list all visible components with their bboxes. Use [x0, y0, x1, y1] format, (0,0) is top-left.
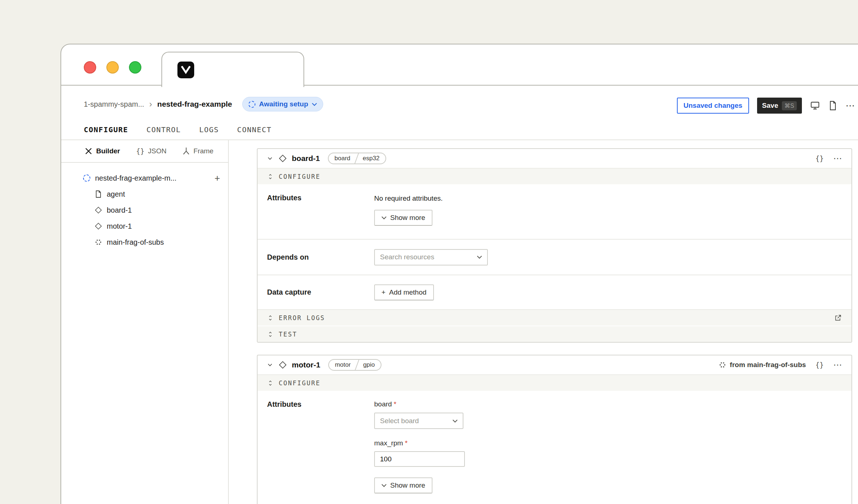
config-sidebar: Builder {} JSON Frame nested-frag-exampl…: [61, 140, 229, 504]
tree-root-machine[interactable]: nested-frag-example-m... +: [61, 170, 228, 186]
test-section-bar[interactable]: TEST: [258, 326, 851, 342]
board-1-card-header: board-1 board esp32 {} ⋯: [258, 149, 851, 168]
frame-axes-icon: [183, 147, 190, 155]
tree-item-motor-1[interactable]: motor-1: [61, 218, 228, 234]
file-icon: [828, 101, 838, 111]
browser-tab[interactable]: [161, 52, 304, 87]
model-badge: gpio: [357, 360, 381, 370]
minimize-button[interactable]: [106, 61, 119, 74]
type-model-badge: motor gpio: [328, 359, 381, 371]
chevron-down-icon: [477, 255, 482, 259]
card-title: motor-1: [292, 361, 320, 369]
collapse-chevron-icon[interactable]: [266, 361, 274, 369]
depends-on-section: Depends on Search resources: [258, 239, 851, 275]
required-marker: *: [394, 400, 396, 408]
browser-window: 1-spammy-spam... › nested-frag-example A…: [60, 44, 858, 504]
config-main: board-1 board esp32 {} ⋯ CONFIGURE Att: [230, 140, 858, 504]
main-nav: CONFIGURE CONTROL LOGS CONNECT: [61, 120, 858, 140]
type-model-badge: board esp32: [328, 153, 386, 164]
mode-json-label: JSON: [148, 147, 166, 155]
tree-root-label: nested-frag-example-m...: [95, 174, 176, 182]
board-field-label: board*: [374, 400, 842, 408]
from-fragment-label: from main-frag-of-subs: [730, 361, 806, 369]
unfold-icon: [267, 331, 274, 338]
attributes-label: Attributes: [267, 400, 374, 409]
show-more-label: Show more: [390, 214, 425, 222]
fragment-icon: [95, 239, 102, 246]
breadcrumb-parent[interactable]: 1-spammy-spam...: [84, 100, 144, 109]
machine-status-dropdown[interactable]: Awaiting setup: [242, 97, 323, 111]
diamond-icon: [279, 361, 287, 369]
diamond-icon: [279, 154, 287, 162]
tree-item-label: board-1: [107, 206, 132, 214]
type-badge: board: [329, 153, 356, 164]
header-actions: Unsaved changes Save ⌘S ⋯: [677, 88, 856, 123]
data-capture-label: Data capture: [267, 288, 374, 296]
plus-icon: +: [381, 288, 385, 296]
add-method-label: Add method: [389, 288, 426, 296]
app-header: 1-spammy-spam... › nested-frag-example A…: [61, 86, 858, 120]
add-method-button[interactable]: + Add method: [374, 284, 434, 300]
depends-on-select[interactable]: Search resources: [374, 249, 488, 265]
show-more-button[interactable]: Show more: [374, 477, 432, 493]
machine-monitor-button[interactable]: [810, 101, 820, 111]
mode-frame-label: Frame: [193, 147, 213, 155]
code-view-icon[interactable]: {}: [815, 361, 824, 369]
diamond-icon: [95, 206, 102, 214]
card-header-actions: {} ⋯: [815, 153, 843, 164]
configure-section-bar[interactable]: CONFIGURE: [258, 168, 851, 184]
no-attributes-text: No required attributes.: [374, 194, 842, 202]
tab-control[interactable]: CONTROL: [146, 125, 181, 134]
header-more-menu[interactable]: ⋯: [846, 100, 856, 111]
unfold-icon: [267, 173, 274, 180]
tree-item-agent[interactable]: agent: [61, 186, 228, 202]
depends-on-label: Depends on: [267, 253, 374, 261]
show-more-button[interactable]: Show more: [374, 210, 432, 226]
sidebar-mode-tabs: Builder {} JSON Frame: [61, 140, 228, 163]
builder-tools-icon: [85, 147, 93, 155]
board-select-placeholder: Select board: [380, 417, 419, 425]
section-bar-label: CONFIGURE: [279, 379, 321, 387]
max-rpm-field-label: max_rpm*: [374, 439, 842, 447]
tree-item-board-1[interactable]: board-1: [61, 202, 228, 218]
chevron-down-icon: [452, 419, 458, 423]
board-select[interactable]: Select board: [374, 413, 463, 429]
mode-frame[interactable]: Frame: [183, 147, 213, 155]
type-badge: motor: [329, 360, 356, 370]
error-logs-section-bar[interactable]: ERROR LOGS: [258, 309, 851, 326]
code-view-icon[interactable]: {}: [815, 154, 824, 162]
maximize-button[interactable]: [129, 61, 141, 74]
tree-item-main-frag-of-subs[interactable]: main-frag-of-subs: [61, 234, 228, 250]
breadcrumb-current: nested-frag-example: [157, 100, 232, 109]
unfold-icon: [267, 380, 274, 386]
tab-logs[interactable]: LOGS: [199, 125, 219, 134]
chevron-down-icon: [312, 103, 317, 106]
machine-history-button[interactable]: [828, 101, 838, 111]
tab-connect[interactable]: CONNECT: [237, 125, 272, 134]
required-marker: *: [405, 439, 407, 447]
model-badge: esp32: [357, 153, 385, 164]
card-more-menu[interactable]: ⋯: [833, 153, 843, 164]
monitor-icon: [810, 101, 820, 111]
mode-builder[interactable]: Builder: [85, 147, 120, 155]
motor-1-card: motor-1 motor gpio from main-: [257, 355, 852, 504]
browser-tab-strip: [61, 44, 858, 86]
tree-item-label: agent: [107, 190, 125, 198]
data-capture-section: Data capture + Add method: [258, 275, 851, 309]
open-in-new-icon[interactable]: [834, 314, 842, 322]
file-icon: [95, 190, 102, 198]
card-more-menu[interactable]: ⋯: [833, 360, 843, 370]
card-title: board-1: [292, 154, 320, 163]
configure-section-bar[interactable]: CONFIGURE: [258, 374, 851, 391]
tab-configure[interactable]: CONFIGURE: [84, 125, 128, 134]
add-resource-button[interactable]: +: [215, 173, 220, 183]
motor-1-card-header: motor-1 motor gpio from main-: [258, 355, 851, 374]
card-header-actions: from main-frag-of-subs {} ⋯: [719, 360, 843, 370]
chevron-down-icon: [381, 216, 387, 220]
close-button[interactable]: [84, 61, 96, 74]
save-button[interactable]: Save ⌘S: [757, 98, 802, 114]
max-rpm-input[interactable]: [374, 451, 465, 467]
mode-json[interactable]: {} JSON: [136, 147, 166, 155]
unsaved-changes-button[interactable]: Unsaved changes: [677, 98, 749, 114]
collapse-chevron-icon[interactable]: [266, 155, 274, 162]
